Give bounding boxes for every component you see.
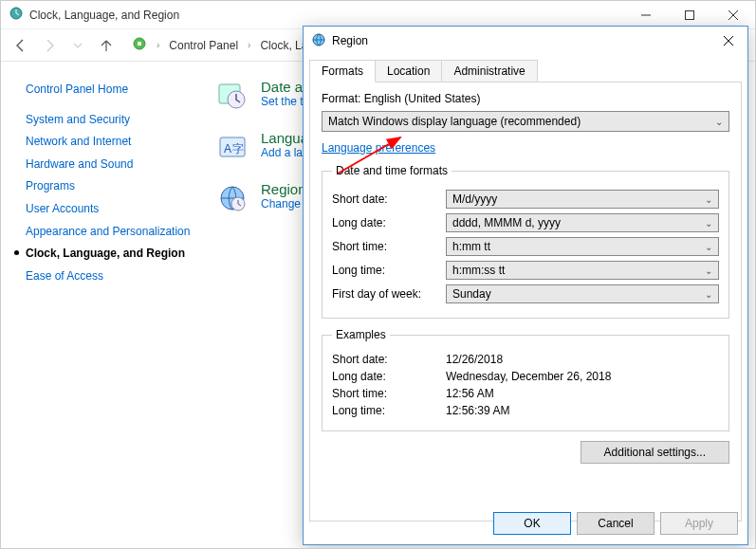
sidebar-item-network[interactable]: Network and Internet bbox=[26, 131, 194, 154]
category-link[interactable]: Change l bbox=[261, 197, 306, 210]
chevron-down-icon: ⌄ bbox=[705, 194, 712, 205]
long-time-label: Long time: bbox=[332, 264, 446, 277]
format-dropdown-value: Match Windows display language (recommen… bbox=[328, 115, 581, 128]
sidebar-item-system[interactable]: System and Security bbox=[26, 109, 194, 132]
ok-button[interactable]: OK bbox=[493, 512, 571, 535]
tab-strip: Formats Location Administrative bbox=[304, 55, 747, 82]
example-short-time: Short time: 12:56 AM bbox=[332, 387, 719, 400]
category-title[interactable]: Date a bbox=[261, 79, 305, 95]
datetime-formats-group: Date and time formats Short date: M/d/yy… bbox=[322, 164, 729, 319]
sidebar-item-programs[interactable]: Programs bbox=[26, 175, 194, 198]
tab-formats[interactable]: Formats bbox=[309, 60, 376, 82]
sidebar-item-clock[interactable]: Clock, Language, and Region bbox=[26, 243, 194, 265]
row-long-time: Long time: h:mm:ss tt⌄ bbox=[332, 261, 719, 280]
long-time-dropdown[interactable]: h:mm:ss tt⌄ bbox=[446, 261, 719, 280]
breadcrumb-control-panel[interactable]: Control Panel bbox=[165, 37, 242, 54]
example-long-date: Long date: Wednesday, December 26, 2018 bbox=[332, 370, 719, 383]
example-short-date: Short date: 12/26/2018 bbox=[332, 353, 719, 366]
svg-text:字: 字 bbox=[232, 142, 244, 156]
examples-legend: Examples bbox=[332, 328, 390, 341]
sidebar-item-users[interactable]: User Accounts bbox=[26, 198, 194, 221]
row-first-day: First day of week: Sunday⌄ bbox=[332, 284, 719, 303]
row-short-time: Short time: h:mm tt⌄ bbox=[332, 237, 719, 256]
chevron-down-icon: ⌄ bbox=[705, 242, 712, 252]
datetime-formats-legend: Date and time formats bbox=[332, 164, 452, 177]
chevron-down-icon: ⌄ bbox=[715, 117, 723, 127]
region-icon bbox=[215, 181, 249, 215]
short-date-label: Short date: bbox=[332, 192, 446, 206]
additional-settings-button[interactable]: Additional settings... bbox=[581, 441, 729, 464]
row-short-date: Short date: M/d/yyyy⌄ bbox=[332, 190, 719, 209]
up-button[interactable] bbox=[94, 33, 119, 58]
svg-rect-6 bbox=[138, 42, 141, 46]
first-day-label: First day of week: bbox=[332, 287, 446, 301]
long-date-dropdown[interactable]: dddd, MMMM d, yyyy⌄ bbox=[446, 213, 719, 232]
short-time-dropdown[interactable]: h:mm tt⌄ bbox=[446, 237, 719, 256]
sidebar-item-appearance[interactable]: Appearance and Personalization bbox=[26, 221, 194, 244]
long-date-label: Long date: bbox=[332, 216, 446, 229]
close-button[interactable] bbox=[711, 1, 755, 29]
short-date-dropdown[interactable]: M/d/yyyy⌄ bbox=[446, 190, 719, 209]
cancel-button[interactable]: Cancel bbox=[577, 512, 655, 535]
chevron-down-icon: ⌄ bbox=[705, 289, 712, 300]
category-link[interactable]: Set the ti bbox=[261, 95, 305, 108]
maximize-button[interactable] bbox=[668, 1, 711, 29]
clock-region-icon bbox=[9, 6, 24, 24]
datetime-icon bbox=[215, 79, 249, 113]
language-icon: A字 bbox=[215, 130, 249, 164]
sidebar-home[interactable]: Control Panel Home bbox=[26, 79, 194, 101]
tab-administrative[interactable]: Administrative bbox=[441, 60, 537, 82]
back-button[interactable] bbox=[9, 33, 33, 58]
recent-dropdown-icon[interactable] bbox=[65, 33, 90, 58]
chevron-right-icon[interactable]: › bbox=[153, 40, 163, 50]
dialog-title: Region bbox=[332, 34, 710, 47]
sidebar-item-ease[interactable]: Ease of Access bbox=[26, 265, 194, 288]
minimize-button[interactable] bbox=[624, 1, 668, 29]
dialog-titlebar: Region bbox=[304, 27, 747, 55]
first-day-dropdown[interactable]: Sunday⌄ bbox=[446, 284, 719, 303]
short-time-label: Short time: bbox=[332, 240, 446, 253]
window-title: Clock, Language, and Region bbox=[29, 9, 624, 22]
globe-icon bbox=[311, 32, 326, 50]
sidebar-item-hardware[interactable]: Hardware and Sound bbox=[26, 154, 194, 176]
chevron-down-icon: ⌄ bbox=[705, 265, 712, 276]
svg-text:A: A bbox=[224, 142, 231, 156]
tab-panel-formats: Format: English (United States) Match Wi… bbox=[309, 82, 742, 522]
dialog-footer: OK Cancel Apply bbox=[493, 512, 738, 535]
control-panel-icon bbox=[128, 34, 151, 56]
category-title[interactable]: Region bbox=[261, 181, 306, 197]
window-controls bbox=[624, 1, 755, 29]
example-long-time: Long time: 12:56:39 AM bbox=[332, 404, 719, 417]
svg-rect-2 bbox=[686, 10, 694, 19]
format-dropdown[interactable]: Match Windows display language (recommen… bbox=[322, 111, 729, 132]
format-label: Format: English (United States) bbox=[322, 92, 729, 105]
region-dialog: Region Formats Location Administrative F… bbox=[303, 26, 748, 545]
tab-location[interactable]: Location bbox=[375, 60, 442, 82]
chevron-right-icon[interactable]: › bbox=[244, 40, 254, 50]
dialog-close-button[interactable] bbox=[710, 27, 747, 54]
sidebar: Control Panel Home System and Security N… bbox=[1, 62, 200, 548]
forward-button[interactable] bbox=[37, 33, 62, 58]
apply-button[interactable]: Apply bbox=[660, 512, 738, 535]
chevron-down-icon: ⌄ bbox=[705, 218, 712, 229]
row-long-date: Long date: dddd, MMMM d, yyyy⌄ bbox=[332, 213, 719, 232]
language-preferences-link[interactable]: Language preferences bbox=[322, 141, 435, 155]
examples-group: Examples Short date: 12/26/2018 Long dat… bbox=[322, 328, 729, 431]
